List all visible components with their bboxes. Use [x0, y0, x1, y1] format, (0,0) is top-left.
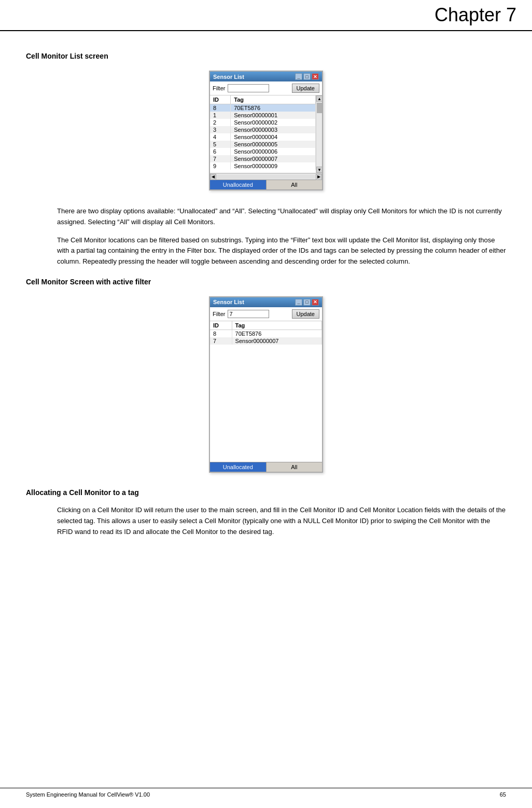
table-wrap-1: ID Tag 870ET58761Sensor000000012Sensor00…: [210, 95, 322, 173]
titlebar-1: Sensor List _ □ ✕: [210, 72, 322, 81]
table1-cell-tag-0[interactable]: 70ET5876: [231, 104, 316, 112]
titlebar-controls-1: _ □ ✕: [295, 73, 319, 80]
table1-cell-id-7[interactable]: 7: [210, 155, 231, 162]
table1-row-2[interactable]: 2Sensor00000002: [210, 119, 316, 126]
maximize-btn-2[interactable]: □: [303, 299, 311, 306]
main-content: Cell Monitor List screen Sensor List _ □…: [0, 31, 532, 560]
section3-heading: Allocating a Cell Monitor to a tag: [26, 488, 506, 497]
h-scroll-track-1: [216, 175, 316, 179]
filter-label-1: Filter: [213, 85, 225, 91]
tab-unallocated-1[interactable]: Unallocated: [210, 180, 267, 189]
section2-heading: Cell Monitor Screen with active filter: [26, 278, 506, 286]
titlebar-title-1: Sensor List: [213, 74, 244, 80]
maximize-btn-1[interactable]: □: [303, 73, 311, 80]
table1-cell-tag-8[interactable]: Sensor00000009: [231, 162, 316, 170]
h-scrollbar-1[interactable]: ◀ ▶: [210, 173, 322, 180]
table1-row-6[interactable]: 6Sensor00000006: [210, 148, 316, 155]
para3: Clicking on a Cell Monitor ID will retur…: [57, 505, 506, 537]
sensor-table-2: ID Tag 870ET58767Sensor00000007: [210, 321, 322, 345]
table1-cell-id-1[interactable]: 1: [210, 112, 231, 119]
table1-cell-tag-5[interactable]: Sensor00000005: [231, 141, 316, 148]
table1-row-3[interactable]: 3Sensor00000003: [210, 126, 316, 133]
h-scroll-right-1[interactable]: ▶: [316, 174, 322, 180]
minimize-btn-2[interactable]: _: [295, 299, 302, 306]
close-btn-2[interactable]: ✕: [312, 299, 319, 306]
update-btn-2[interactable]: Update: [292, 309, 319, 319]
scrollbar-1[interactable]: ▲ ▼: [316, 95, 322, 173]
screenshot1-wrap: Sensor List _ □ ✕ Filter Update ID: [26, 71, 506, 190]
table1-row-4[interactable]: 4Sensor00000004: [210, 133, 316, 141]
filter-input-2[interactable]: [228, 310, 269, 318]
table1-cell-id-2[interactable]: 2: [210, 119, 231, 126]
tab-all-2[interactable]: All: [267, 462, 323, 472]
titlebar-2: Sensor List _ □ ✕: [210, 297, 322, 307]
tab-all-1[interactable]: All: [267, 180, 323, 189]
table1-row-7[interactable]: 7Sensor00000007: [210, 155, 316, 162]
table1-cell-tag-3[interactable]: Sensor00000003: [231, 126, 316, 133]
table1-cell-id-8[interactable]: 9: [210, 162, 231, 170]
table2-row-0[interactable]: 870ET5876: [210, 330, 322, 337]
footer-left: System Engineering Manual for CellView® …: [26, 791, 150, 798]
table1-cell-tag-1[interactable]: Sensor00000001: [231, 112, 316, 119]
col-tag-2[interactable]: Tag: [232, 321, 321, 330]
table2-row-1[interactable]: 7Sensor00000007: [210, 337, 322, 345]
table1-row-0[interactable]: 870ET5876: [210, 104, 316, 112]
footer-right: 65: [500, 791, 506, 798]
update-btn-1[interactable]: Update: [292, 84, 319, 93]
table2-cell-tag-1[interactable]: Sensor00000007: [232, 337, 321, 345]
para2: The Cell Monitor locations can be filter…: [57, 235, 506, 267]
section1-heading: Cell Monitor List screen: [26, 52, 506, 60]
col-id-2[interactable]: ID: [210, 321, 232, 330]
close-btn-1[interactable]: ✕: [312, 73, 319, 80]
filter-row-2: Filter Update: [210, 307, 322, 321]
screenshot2-wrap: Sensor List _ □ ✕ Filter Update ID: [26, 296, 506, 473]
table2-cell-id-0[interactable]: 8: [210, 330, 232, 337]
scroll-up-1[interactable]: ▲: [316, 95, 322, 102]
sensor-table-1: ID Tag 870ET58761Sensor000000012Sensor00…: [210, 95, 316, 170]
table1-row-5[interactable]: 5Sensor00000005: [210, 141, 316, 148]
chapter-header: Chapter 7: [0, 0, 532, 31]
table1-cell-tag-6[interactable]: Sensor00000006: [231, 148, 316, 155]
table1-cell-id-3[interactable]: 3: [210, 126, 231, 133]
para1: There are two display options available:…: [57, 206, 506, 228]
filter-input-1[interactable]: [228, 84, 269, 92]
table-wrap-2: ID Tag 870ET58767Sensor00000007: [210, 321, 322, 462]
table1-cell-id-0[interactable]: 8: [210, 104, 231, 112]
table1-cell-id-4[interactable]: 4: [210, 133, 231, 141]
table1-cell-id-5[interactable]: 5: [210, 141, 231, 148]
tab-unallocated-2[interactable]: Unallocated: [210, 462, 267, 472]
bottom-tabs-1: Unallocated All: [210, 180, 322, 189]
bottom-tabs-2: Unallocated All: [210, 462, 322, 472]
filter-row-1: Filter Update: [210, 81, 322, 95]
table1-row-1[interactable]: 1Sensor00000001: [210, 112, 316, 119]
table1-cell-tag-7[interactable]: Sensor00000007: [231, 155, 316, 162]
sensor-window-1: Sensor List _ □ ✕ Filter Update ID: [209, 71, 323, 190]
table1-cell-tag-2[interactable]: Sensor00000002: [231, 119, 316, 126]
table1-cell-tag-4[interactable]: Sensor00000004: [231, 133, 316, 141]
titlebar-title-2: Sensor List: [213, 299, 244, 305]
minimize-btn-1[interactable]: _: [295, 73, 302, 80]
scroll-down-1[interactable]: ▼: [316, 167, 322, 173]
table2-cell-id-1[interactable]: 7: [210, 337, 232, 345]
chapter-title: Chapter 7: [435, 4, 516, 25]
page-footer: System Engineering Manual for CellView® …: [0, 788, 532, 798]
filter-label-2: Filter: [213, 311, 225, 317]
col-id-1[interactable]: ID: [210, 95, 231, 104]
table1-cell-id-6[interactable]: 6: [210, 148, 231, 155]
col-tag-1[interactable]: Tag: [231, 95, 316, 104]
table1-row-8[interactable]: 9Sensor00000009: [210, 162, 316, 170]
table2-cell-tag-0[interactable]: 70ET5876: [232, 330, 321, 337]
scroll-thumb-1[interactable]: [317, 103, 322, 113]
titlebar-controls-2: _ □ ✕: [295, 299, 319, 306]
h-scroll-left-1[interactable]: ◀: [210, 174, 216, 180]
sensor-window-2: Sensor List _ □ ✕ Filter Update ID: [209, 296, 323, 473]
